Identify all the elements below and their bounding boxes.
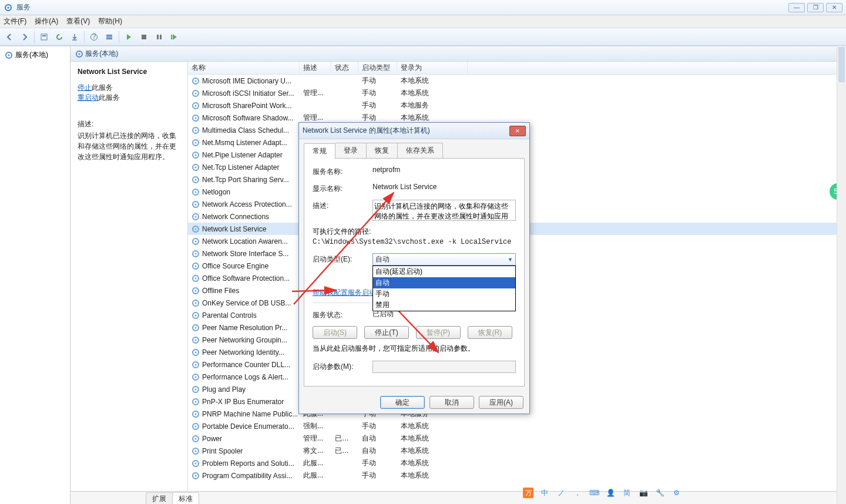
- stop-icon[interactable]: [137, 30, 151, 44]
- camera-icon[interactable]: 📷: [638, 488, 649, 498]
- tree-root-label: 服务(本地): [15, 50, 48, 60]
- vertical-scrollbar[interactable]: [837, 46, 846, 504]
- svg-text:?: ?: [92, 33, 96, 41]
- back-icon[interactable]: [2, 30, 16, 44]
- svg-point-16: [79, 53, 80, 55]
- tray-icon[interactable]: ,: [572, 488, 583, 498]
- menu-action[interactable]: 操作(A): [35, 16, 58, 26]
- gear-icon: [192, 102, 200, 110]
- gear-icon[interactable]: ⚙: [671, 488, 682, 498]
- startup-type-select[interactable]: 自动 ▼: [372, 253, 516, 266]
- table-row[interactable]: Portable Device Enumerato...强制...手动本地系统: [188, 420, 846, 432]
- lbl-display-name: 显示名称:: [313, 183, 367, 194]
- menu-file[interactable]: 文件(F): [4, 16, 26, 26]
- tree-root[interactable]: 服务(本地): [2, 49, 68, 61]
- apply-button[interactable]: 应用(A): [479, 396, 523, 409]
- table-row[interactable]: Microsoft iSCSI Initiator Ser...管理...手动本…: [188, 87, 846, 99]
- gear-icon: [192, 250, 200, 258]
- tab-logon[interactable]: 登录: [335, 143, 367, 158]
- play-icon[interactable]: [122, 30, 136, 44]
- user-icon[interactable]: 👤: [605, 488, 616, 498]
- gear-icon: [75, 50, 83, 58]
- maximize-button[interactable]: ❐: [807, 3, 824, 12]
- tab-extended[interactable]: 扩展: [146, 492, 173, 505]
- col-logon[interactable]: 登录为: [397, 62, 468, 74]
- minimize-button[interactable]: —: [788, 3, 805, 12]
- link-restart-service[interactable]: 重启动: [78, 93, 99, 103]
- table-row[interactable]: Problem Reports and Soluti...此服...手动本地系统: [188, 457, 846, 469]
- svg-point-52: [195, 290, 197, 291]
- gear-icon: [192, 435, 200, 443]
- tab-recovery[interactable]: 恢复: [366, 143, 398, 158]
- help-icon[interactable]: ?: [87, 30, 101, 44]
- col-status[interactable]: 状态: [331, 62, 358, 74]
- close-button[interactable]: ✕: [826, 3, 842, 12]
- lbl-service-name: 服务名称:: [313, 166, 367, 177]
- svg-point-38: [195, 203, 197, 205]
- menu-help[interactable]: 帮助(H): [98, 16, 122, 26]
- gear-icon: [192, 459, 200, 468]
- tray: 万 中 ノ , ⌨ 👤 简 📷 🔧 ⚙: [523, 488, 682, 498]
- col-name[interactable]: 名称: [188, 62, 300, 74]
- option-disabled[interactable]: 禁用: [373, 300, 515, 311]
- svg-point-32: [195, 166, 197, 168]
- export-icon[interactable]: [68, 30, 82, 44]
- option-manual[interactable]: 手动: [373, 288, 515, 300]
- gear-icon: [192, 348, 200, 357]
- dialog-close-button[interactable]: [509, 126, 526, 136]
- center-heading-bar: 服务(本地): [70, 46, 846, 62]
- tray-icon[interactable]: ノ: [556, 488, 566, 498]
- table-row[interactable]: Microsoft IME Dictionary U...手动本地系统: [188, 75, 846, 87]
- svg-point-54: [195, 302, 197, 304]
- svg-point-82: [195, 475, 197, 476]
- tray-icon[interactable]: 中: [539, 488, 550, 498]
- cancel-button[interactable]: 取消: [429, 396, 474, 409]
- svg-point-56: [195, 314, 197, 316]
- keyboard-icon[interactable]: ⌨: [589, 488, 599, 498]
- tab-dependencies[interactable]: 依存关系: [397, 143, 443, 158]
- gear-icon: [192, 274, 200, 283]
- wrench-icon[interactable]: 🔧: [654, 488, 665, 498]
- restart-icon[interactable]: [167, 30, 182, 44]
- tab-standard[interactable]: 标准: [172, 492, 199, 505]
- table-row[interactable]: Power管理...已启动自动本地系统: [188, 432, 846, 445]
- table-row[interactable]: Print Spooler将文...已启动自动本地系统: [188, 445, 846, 457]
- lbl-params: 启动参数(M):: [313, 361, 367, 372]
- svg-point-76: [195, 438, 197, 439]
- start-button[interactable]: 启动(S): [313, 326, 357, 339]
- table-row[interactable]: Program Compatibility Assi...此服...手动本地系统: [188, 469, 846, 482]
- ok-button[interactable]: 确定: [380, 396, 425, 409]
- gear-icon: [192, 237, 200, 246]
- tray-icon[interactable]: 简: [622, 488, 632, 498]
- svg-rect-3: [42, 35, 46, 36]
- val-description[interactable]: 识别计算机已连接的网络，收集和存储这些网络的属性，并在更改这些属性时通知应用程序: [372, 200, 516, 221]
- dialog-tabs: 常规 登录 恢复 依存关系: [299, 139, 529, 158]
- forward-icon[interactable]: [18, 30, 32, 44]
- stop-button[interactable]: 停止(T): [364, 326, 409, 339]
- resume-button[interactable]: 恢复(R): [468, 326, 512, 339]
- col-startup[interactable]: 启动类型: [358, 62, 397, 74]
- tray-icon[interactable]: 万: [523, 488, 533, 498]
- option-auto[interactable]: 自动: [373, 277, 515, 288]
- svg-point-64: [195, 364, 197, 365]
- pause-icon[interactable]: [152, 30, 166, 44]
- list-icon[interactable]: [102, 30, 116, 44]
- tab-general[interactable]: 常规: [304, 143, 335, 159]
- table-row[interactable]: Microsoft SharePoint Work...手动本地服务: [188, 99, 846, 112]
- refresh-icon[interactable]: [52, 30, 66, 44]
- pause-button[interactable]: 暂停(P): [416, 326, 461, 339]
- col-desc[interactable]: 描述: [300, 62, 331, 74]
- lbl-exe-path: 可执行文件的路径:: [313, 227, 516, 237]
- option-auto-delayed[interactable]: 自动(延迟启动): [373, 266, 515, 277]
- startup-note: 当从此处启动服务时，您可指定所适用的启动参数。: [313, 344, 516, 354]
- chevron-down-icon: ▼: [508, 257, 513, 263]
- link-stop-service[interactable]: 停止: [78, 83, 92, 93]
- dialog-title: Network List Service 的属性(本地计算机): [303, 126, 430, 136]
- tree-pane: 服务(本地): [0, 46, 70, 504]
- selected-service-title: Network List Service: [78, 68, 180, 76]
- gear-icon: [192, 89, 200, 98]
- gear-icon: [192, 139, 200, 147]
- menu-view[interactable]: 查看(V): [66, 16, 90, 26]
- properties-icon[interactable]: [37, 30, 51, 44]
- svg-rect-12: [171, 35, 172, 39]
